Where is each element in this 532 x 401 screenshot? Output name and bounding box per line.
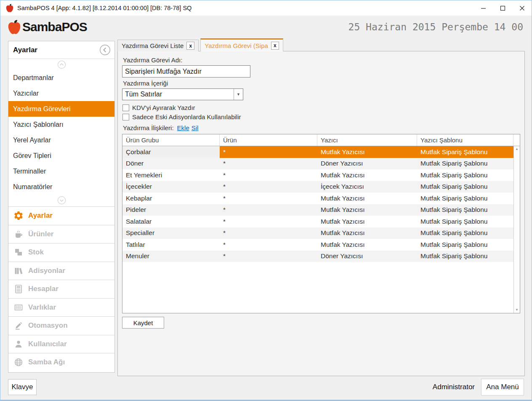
- calculator-icon: [12, 283, 25, 295]
- close-button[interactable]: [512, 0, 532, 16]
- boxes-icon: [12, 246, 25, 258]
- footer-bar: Klavye Administrator Ana Menü: [0, 376, 532, 400]
- table-scrollbar[interactable]: ▲ ▼: [513, 146, 520, 313]
- back-button[interactable]: [99, 44, 111, 56]
- chevron-left-circle-icon: [99, 44, 111, 56]
- print-content-label: Yazdırma İçeriği: [123, 80, 520, 87]
- table-row[interactable]: Pideler * Mutfak Yazıcısı Mutfak Sipariş…: [122, 204, 513, 216]
- section-label: Ayarlar: [28, 211, 53, 220]
- sidebar-item-label: Terminaller: [13, 168, 46, 175]
- books-icon: [12, 265, 25, 277]
- sidebar-item-numaratorler[interactable]: Numaratörler: [8, 179, 114, 195]
- section-varliklar[interactable]: Varlıklar: [8, 298, 114, 317]
- table-row[interactable]: Menuler * Döner Yazıcısı Mutfak Sipariş …: [122, 251, 513, 262]
- sidebar-item-yazici-sablonlari[interactable]: Yazıcı Şablonları: [8, 117, 114, 132]
- task-name-input[interactable]: [122, 65, 250, 78]
- table-row[interactable]: Döner * Döner Yazıcısı Mutfak Sipariş Şa…: [122, 158, 513, 170]
- sambapos-apple-icon: [7, 19, 21, 35]
- vat-checkbox-row[interactable]: KDV'yi Ayırarak Yazdır: [122, 104, 520, 111]
- old-tickets-checkbox-label: Sadece Eski Adisyonlarda Kullanılabilir: [132, 113, 241, 120]
- print-content-select[interactable]: Tüm Satırlar ▼: [122, 88, 243, 100]
- section-hesaplar[interactable]: Hesaplar: [8, 280, 114, 298]
- minimize-button[interactable]: [473, 0, 493, 16]
- main-menu-button[interactable]: Ana Menü: [481, 379, 524, 396]
- tab-yazdirma-gorevi-siparis[interactable]: Yazdırma Görevi (Sipa x: [200, 38, 283, 51]
- window-title: SambaPOS 4 [App: 4.1.82] [8.12.2014 01:0…: [17, 5, 192, 11]
- sidebar-title: Ayarlar: [13, 46, 37, 54]
- table-row[interactable]: Et Yemekleri * Mutfak Yazıcısı Mutfak Si…: [122, 169, 513, 181]
- print-content-value: Tüm Satırlar: [122, 89, 234, 100]
- footer-right: Administrator Ana Menü: [433, 379, 524, 396]
- scroll-up-icon[interactable]: [8, 59, 114, 70]
- app-header: SambaPOS 25 Haziran 2015 Perşembe 14 00: [0, 16, 532, 38]
- tab-close-button[interactable]: x: [271, 42, 279, 50]
- table-header: Ürün Grubu Ürün Yazıcı Yazıcı Şablonu: [122, 134, 520, 146]
- minimize-icon: [481, 5, 486, 11]
- section-label: Ürünler: [28, 230, 53, 238]
- delete-relation-link[interactable]: Sil: [192, 124, 199, 131]
- table-row[interactable]: Specialler * Mutfak Yazıcısı Mutfak Sipa…: [122, 227, 513, 239]
- pencil-icon: [12, 320, 25, 331]
- section-label: Varlıklar: [28, 303, 56, 312]
- scrollbar-down-icon[interactable]: ▼: [515, 308, 519, 312]
- old-tickets-checkbox-row[interactable]: Sadece Eski Adisyonlarda Kullanılabilir: [122, 113, 520, 120]
- column-header-yazici[interactable]: Yazıcı: [317, 134, 417, 146]
- section-stok[interactable]: Stok: [8, 243, 114, 262]
- table-row[interactable]: Kebaplar * Mutfak Yazıcısı Mutfak Sipari…: [122, 192, 513, 204]
- app-icon: [5, 3, 14, 13]
- window-controls: [473, 0, 532, 16]
- content-area: Ayarlar Departmanlar Yazıcılar Yazdırma …: [0, 38, 532, 376]
- tab-label: Yazdırma Görevi (Sipa: [205, 42, 268, 49]
- sidebar-item-label: Departmanlar: [13, 74, 54, 82]
- section-label: Hesaplar: [28, 285, 59, 293]
- globe-icon: [12, 356, 25, 368]
- tab-close-button[interactable]: x: [186, 42, 194, 50]
- section-kullanicilar[interactable]: Kullanıcılar: [8, 335, 114, 353]
- sidebar-item-gorev-tipleri[interactable]: Görev Tipleri: [8, 148, 114, 163]
- save-button[interactable]: Kaydet: [122, 317, 164, 329]
- close-icon: [519, 5, 525, 11]
- sidebar: Ayarlar Departmanlar Yazıcılar Yazdırma …: [8, 41, 115, 373]
- table-row[interactable]: Çorbalar * Mutfak Yazıcısı Mutfak Sipari…: [122, 146, 513, 158]
- task-name-label: Yazdırma Görevi Adı:: [123, 56, 520, 64]
- section-label: Stok: [28, 248, 44, 257]
- scroll-down-icon[interactable]: [8, 195, 114, 206]
- table-row[interactable]: İçecekler * İçecek Yazıcısı Mutfak Sipar…: [122, 181, 513, 193]
- sidebar-item-terminaller[interactable]: Terminaller: [8, 163, 114, 179]
- column-header-yazici-sablonu[interactable]: Yazıcı Şablonu: [417, 134, 513, 146]
- sidebar-item-yerel-ayarlar[interactable]: Yerel Ayarlar: [8, 132, 114, 148]
- sidebar-item-label: Yazdırma Görevleri: [13, 105, 71, 113]
- maximize-button[interactable]: [493, 0, 512, 16]
- vat-checkbox[interactable]: [122, 104, 129, 111]
- logged-in-user: Administrator: [433, 383, 475, 391]
- maximize-icon: [500, 5, 505, 11]
- column-header-urun-grubu[interactable]: Ürün Grubu: [122, 134, 220, 146]
- user-icon: [12, 338, 25, 350]
- sidebar-item-departmanlar[interactable]: Departmanlar: [8, 70, 114, 86]
- section-ayarlar[interactable]: Ayarlar: [8, 206, 114, 225]
- sambapos-logo: SambaPOS: [7, 19, 87, 35]
- brand-name: SambaPOS: [22, 20, 87, 34]
- datetime-display: 25 Haziran 2015 Perşembe 14 00: [348, 21, 523, 32]
- add-relation-link[interactable]: Ekle: [177, 124, 189, 131]
- section-adisyonlar[interactable]: Adisyonlar: [8, 262, 114, 280]
- section-urunler[interactable]: Ürünler: [8, 225, 114, 243]
- sidebar-items: Departmanlar Yazıcılar Yazdırma Görevler…: [8, 70, 114, 195]
- table-row[interactable]: Tatlılar * Mutfak Yazıcısı Mutfak Sipari…: [122, 239, 513, 251]
- table-body: Çorbalar * Mutfak Yazıcısı Mutfak Sipari…: [122, 146, 520, 313]
- keyboard-button[interactable]: Klavye: [8, 379, 37, 395]
- old-tickets-checkbox[interactable]: [122, 114, 129, 120]
- app-window: SambaPOS 4 [App: 4.1.82] [8.12.2014 01:0…: [0, 0, 532, 401]
- sidebar-item-label: Yazıcı Şablonları: [13, 121, 64, 128]
- scrollbar-up-icon[interactable]: ▲: [515, 147, 519, 151]
- tab-yazdirma-gorevi-listesi[interactable]: Yazdırma Görevi Liste x: [117, 40, 199, 51]
- section-label: Otomasyon: [28, 321, 68, 330]
- section-samba-agi[interactable]: Samba Ağı: [8, 353, 114, 372]
- sidebar-item-yazicilar[interactable]: Yazıcılar: [8, 86, 114, 101]
- sidebar-sections: Ayarlar Ürünler Stok Adisyonlar Hesaplar: [8, 206, 114, 372]
- table-row[interactable]: Salatalar * Mutfak Yazıcısı Mutfak Sipar…: [122, 216, 513, 227]
- section-otomasyon[interactable]: Otomasyon: [8, 316, 114, 335]
- sidebar-item-yazdirma-gorevleri[interactable]: Yazdırma Görevleri: [8, 101, 114, 117]
- column-header-urun[interactable]: Ürün: [220, 134, 317, 146]
- tab-content-panel: Yazdırma Görevi Adı: Yazdırma İçeriği Tü…: [117, 51, 525, 376]
